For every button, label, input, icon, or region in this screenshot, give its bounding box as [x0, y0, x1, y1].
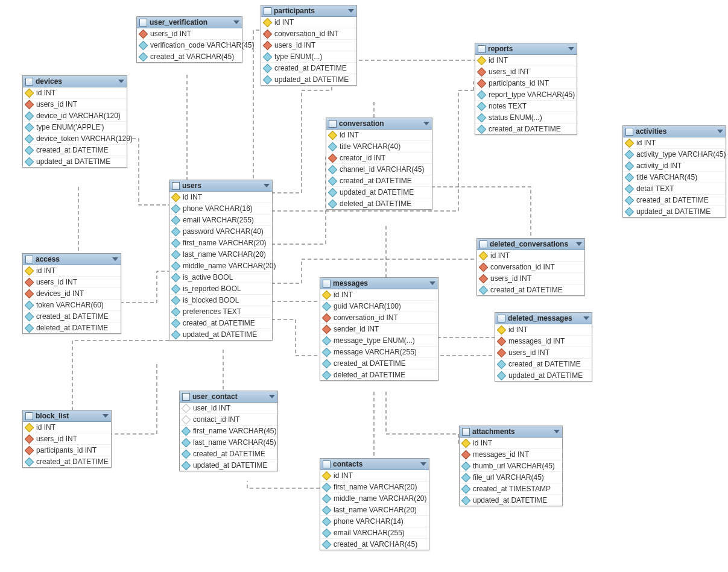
column-row[interactable]: device_id VARCHAR(120): [23, 110, 127, 122]
column-row[interactable]: user_id INT: [180, 403, 277, 414]
column-row[interactable]: id INT: [169, 192, 272, 203]
column-row[interactable]: created_at DATETIME: [180, 448, 277, 460]
column-row[interactable]: conversation_id INT: [477, 262, 584, 273]
column-row[interactable]: id INT: [320, 470, 429, 482]
column-row[interactable]: title VARCHAR(45): [623, 172, 726, 183]
chevron-down-icon[interactable]: [429, 281, 435, 285]
chevron-down-icon[interactable]: [269, 395, 275, 398]
column-row[interactable]: last_name VARCHAR(20): [169, 249, 272, 260]
entity-header[interactable]: users: [169, 180, 272, 192]
column-row[interactable]: id INT: [326, 130, 432, 141]
column-row[interactable]: device_token VARCHAR(120): [23, 133, 127, 145]
column-row[interactable]: users_id INT: [23, 99, 127, 110]
column-row[interactable]: last_name VARCHAR(20): [320, 504, 429, 516]
column-row[interactable]: creator_id INT: [326, 152, 432, 164]
column-row[interactable]: updated_at DATETIME: [180, 460, 277, 471]
column-row[interactable]: created_at VARCHAR(45): [320, 539, 429, 550]
column-row[interactable]: phone VARCHAR(16): [169, 203, 272, 215]
entity-access[interactable]: accessid INTusers_id INTdevices_id INTto…: [22, 253, 121, 334]
column-row[interactable]: users_id INT: [23, 433, 111, 445]
column-row[interactable]: is_reported BOOL: [169, 283, 272, 295]
entity-header[interactable]: user_verification: [137, 17, 242, 28]
entity-reports[interactable]: reportsid INTusers_id INTparticipants_id…: [475, 43, 577, 135]
column-row[interactable]: report_type VARCHAR(45): [475, 89, 577, 101]
column-row[interactable]: is_blocked BOOL: [169, 295, 272, 306]
entity-header[interactable]: block_list: [23, 410, 111, 422]
column-row[interactable]: detail TEXT: [623, 183, 726, 195]
column-row[interactable]: created_at VARCHAR(45): [137, 51, 242, 62]
entity-block_list[interactable]: block_listid INTusers_id INTparticipants…: [22, 410, 112, 468]
column-row[interactable]: users_id INT: [495, 347, 592, 359]
column-row[interactable]: deleted_at DATETIME: [320, 369, 438, 380]
entity-header[interactable]: access: [23, 254, 121, 265]
entity-header[interactable]: reports: [475, 43, 577, 55]
column-row[interactable]: created_at DATETIME: [23, 456, 111, 467]
chevron-down-icon[interactable]: [348, 9, 354, 13]
chevron-down-icon[interactable]: [423, 122, 429, 125]
column-row[interactable]: middle_name VARCHAR(20): [320, 493, 429, 504]
column-row[interactable]: contact_id INT: [180, 414, 277, 426]
column-row[interactable]: status ENUM(...): [475, 112, 577, 124]
column-row[interactable]: first_name VARCHAR(45): [180, 426, 277, 437]
entity-attachments[interactable]: attachmentsid INTmessages_id INTthumb_ur…: [459, 426, 563, 506]
column-row[interactable]: created_at DATETIME: [623, 195, 726, 206]
entity-users[interactable]: usersid INTphone VARCHAR(16)email VARCHA…: [169, 180, 273, 341]
column-row[interactable]: users_id INT: [137, 28, 242, 40]
column-row[interactable]: id INT: [261, 17, 356, 28]
chevron-down-icon[interactable]: [568, 47, 574, 51]
column-row[interactable]: created_at DATETIME: [477, 284, 584, 295]
column-row[interactable]: id INT: [320, 289, 438, 301]
column-row[interactable]: created_at DATETIME: [261, 63, 356, 74]
entity-deleted_messages[interactable]: deleted_messagesid INTmessages_id INTuse…: [495, 312, 592, 382]
column-row[interactable]: users_id INT: [261, 40, 356, 51]
column-row[interactable]: first_name VARCHAR(20): [169, 237, 272, 249]
entity-deleted_conversations[interactable]: deleted_conversationsid INTconversation_…: [476, 238, 585, 296]
chevron-down-icon[interactable]: [583, 316, 589, 320]
column-row[interactable]: token VARCHAR(60): [23, 300, 121, 311]
chevron-down-icon[interactable]: [264, 184, 270, 187]
column-row[interactable]: title VARCHAR(40): [326, 141, 432, 152]
entity-header[interactable]: attachments: [460, 426, 562, 438]
column-row[interactable]: created_at TIMESTAMP: [460, 483, 562, 495]
entity-activities[interactable]: activitiesid INTactivity_type VARCHAR(45…: [622, 125, 726, 218]
column-row[interactable]: updated_at DATETIME: [460, 495, 562, 506]
column-row[interactable]: sender_id INT: [320, 324, 438, 335]
column-row[interactable]: conversation_id INT: [261, 28, 356, 40]
entity-header[interactable]: user_contact: [180, 391, 277, 403]
column-row[interactable]: id INT: [475, 55, 577, 66]
entity-header[interactable]: deleted_conversations: [477, 239, 584, 250]
entity-header[interactable]: contacts: [320, 459, 429, 470]
chevron-down-icon[interactable]: [118, 80, 124, 83]
column-row[interactable]: devices_id INT: [23, 288, 121, 300]
entity-header[interactable]: deleted_messages: [495, 313, 592, 324]
column-row[interactable]: id INT: [495, 324, 592, 336]
column-row[interactable]: email VARCHAR(255): [169, 215, 272, 226]
column-row[interactable]: password VARCHAR(40): [169, 226, 272, 237]
column-row[interactable]: created_at DATETIME: [320, 358, 438, 369]
column-row[interactable]: created_at DATETIME: [495, 359, 592, 370]
entity-devices[interactable]: devicesid INTusers_id INTdevice_id VARCH…: [22, 75, 127, 168]
column-row[interactable]: updated_at DATETIME: [23, 156, 127, 167]
column-row[interactable]: email VARCHAR(255): [320, 527, 429, 539]
column-row[interactable]: updated_at DATETIME: [326, 187, 432, 198]
column-row[interactable]: users_id INT: [477, 273, 584, 284]
entity-user_contact[interactable]: user_contactuser_id INTcontact_id INTfir…: [179, 391, 278, 471]
column-row[interactable]: participants_id INT: [23, 445, 111, 456]
column-row[interactable]: created_at DATETIME: [169, 318, 272, 329]
chevron-down-icon[interactable]: [420, 462, 426, 466]
column-row[interactable]: id INT: [460, 438, 562, 449]
column-row[interactable]: activity_type VARCHAR(45): [623, 149, 726, 160]
entity-participants[interactable]: participantsid INTconversation_id INTuse…: [261, 5, 357, 86]
chevron-down-icon[interactable]: [233, 20, 239, 24]
column-row[interactable]: updated_at DATETIME: [169, 329, 272, 340]
column-row[interactable]: users_id INT: [23, 277, 121, 288]
column-row[interactable]: activity_id INT: [623, 160, 726, 172]
column-row[interactable]: updated_at DATETIME: [495, 370, 592, 381]
column-row[interactable]: verification_code VARCHAR(45): [137, 40, 242, 51]
column-row[interactable]: id INT: [477, 250, 584, 262]
column-row[interactable]: deleted_at DATETIME: [23, 322, 121, 333]
column-row[interactable]: phone VARCHAR(14): [320, 516, 429, 527]
chevron-down-icon[interactable]: [717, 130, 723, 133]
column-row[interactable]: type ENUM('APPLE'): [23, 122, 127, 133]
column-row[interactable]: type ENUM(...): [261, 51, 356, 63]
